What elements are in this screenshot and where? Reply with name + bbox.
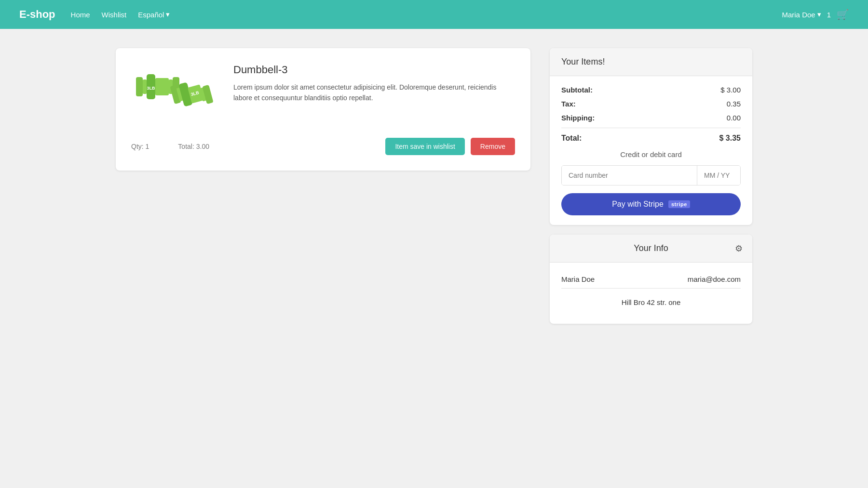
pay-button-label: Pay with Stripe <box>612 200 664 209</box>
card-expiry-input[interactable] <box>697 166 740 185</box>
product-footer: Qty: 1 Total: 3.00 Item save in wishlist… <box>131 130 515 155</box>
tax-line: Tax: 0.35 <box>561 100 741 108</box>
payment-label: Credit or debit card <box>561 150 741 158</box>
brand-logo[interactable]: E-shop <box>19 8 55 21</box>
product-image-area: 3LB 3LB <box>131 64 218 117</box>
svg-text:3LB: 3LB <box>147 86 155 91</box>
shipping-line: Shipping: 0.00 <box>561 114 741 122</box>
nav-wishlist[interactable]: Wishlist <box>102 11 127 19</box>
product-name: Dumbbell-3 <box>233 64 515 76</box>
svg-rect-0 <box>136 77 143 96</box>
payment-section: Credit or debit card Pay with Stripe str… <box>561 150 741 215</box>
order-summary: Your Items! Subtotal: $ 3.00 Tax: 0.35 S… <box>550 48 752 225</box>
right-panel: Your Items! Subtotal: $ 3.00 Tax: 0.35 S… <box>550 48 752 324</box>
shipping-value: 0.00 <box>727 114 741 122</box>
gear-icon[interactable]: ⚙ <box>735 243 743 254</box>
your-info-title: Your Info <box>634 243 668 253</box>
cart-count: 1 <box>827 11 831 19</box>
tax-value: 0.35 <box>727 100 741 108</box>
product-card: 3LB 3LB Dumbbell-3 Lorem ipsum dolor sit… <box>116 48 530 171</box>
pay-stripe-button[interactable]: Pay with Stripe stripe <box>561 193 741 215</box>
info-email: maria@doe.com <box>688 275 741 283</box>
shipping-label: Shipping: <box>561 114 595 122</box>
product-meta: Qty: 1 Total: 3.00 <box>131 143 209 150</box>
order-summary-header: Your Items! <box>550 48 752 76</box>
wishlist-button[interactable]: Item save in wishlist <box>385 138 464 155</box>
svg-rect-3 <box>155 78 169 95</box>
navbar: E-shop Home Wishlist Español ▾ Maria Doe… <box>0 0 868 29</box>
subtotal-line: Subtotal: $ 3.00 <box>561 86 741 94</box>
your-info-header: Your Info ⚙ <box>550 235 752 263</box>
navbar-links: Home Wishlist Español ▾ <box>71 10 170 19</box>
order-divider <box>561 128 741 128</box>
total-label: Total: <box>561 134 582 143</box>
info-address-row: Hill Bro 42 str. one <box>561 289 741 316</box>
user-name: Maria Doe <box>782 11 815 19</box>
remove-button[interactable]: Remove <box>471 138 515 155</box>
main-content: 3LB 3LB Dumbbell-3 Lorem ipsum dolor sit… <box>96 48 772 324</box>
navbar-left: E-shop Home Wishlist Español ▾ <box>19 8 170 21</box>
nav-language-dropdown[interactable]: Español ▾ <box>138 10 170 19</box>
subtotal-label: Subtotal: <box>561 86 593 94</box>
info-address: Hill Bro 42 str. one <box>561 293 741 311</box>
svg-rect-1 <box>143 79 147 94</box>
tax-label: Tax: <box>561 100 576 108</box>
order-summary-body: Subtotal: $ 3.00 Tax: 0.35 Shipping: 0.0… <box>550 76 752 225</box>
product-image: 3LB 3LB <box>134 64 216 117</box>
user-dropdown-icon: ▾ <box>817 10 821 19</box>
total-line: Total: $ 3.35 <box>561 134 741 143</box>
total-value: $ 3.35 <box>719 134 741 143</box>
product-top: 3LB 3LB Dumbbell-3 Lorem ipsum dolor sit… <box>131 64 515 117</box>
info-name-row: Maria Doe maria@doe.com <box>561 270 741 288</box>
cart-icon[interactable]: 🛒 <box>837 9 849 20</box>
navbar-right: Maria Doe ▾ 1 🛒 <box>782 9 849 20</box>
order-summary-title: Your Items! <box>561 57 605 66</box>
your-info-card: Your Info ⚙ Maria Doe maria@doe.com Hill… <box>550 235 752 324</box>
product-actions: Item save in wishlist Remove <box>385 138 515 155</box>
stripe-badge: stripe <box>668 200 690 208</box>
card-input-row <box>561 165 741 185</box>
product-total: Total: 3.00 <box>178 143 209 150</box>
product-details: Dumbbell-3 Lorem ipsum dolor sit amet co… <box>233 64 515 104</box>
info-name: Maria Doe <box>561 275 595 283</box>
subtotal-value: $ 3.00 <box>720 86 741 94</box>
chevron-down-icon: ▾ <box>166 10 170 19</box>
nav-home[interactable]: Home <box>71 11 90 19</box>
user-menu[interactable]: Maria Doe ▾ <box>782 10 821 19</box>
card-number-input[interactable] <box>562 166 697 185</box>
product-description: Lorem ipsum dolor sit amet consectetur a… <box>233 82 515 104</box>
your-info-body: Maria Doe maria@doe.com Hill Bro 42 str.… <box>550 263 752 324</box>
nav-language-label: Español <box>138 11 164 19</box>
product-qty: Qty: 1 <box>131 143 149 150</box>
